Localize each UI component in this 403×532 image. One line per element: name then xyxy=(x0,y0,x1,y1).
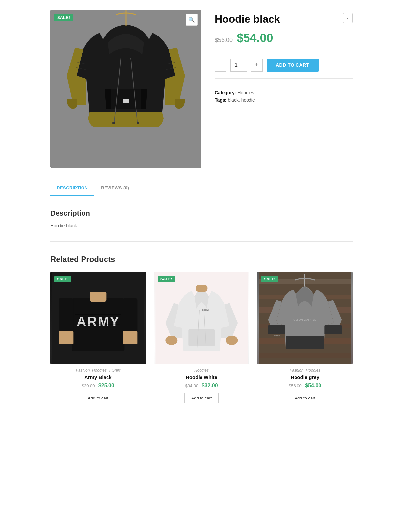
svg-text:BRAND: BRAND xyxy=(274,334,282,336)
product-tabs: DESCRIPTION REVIEWS (0) xyxy=(50,181,353,196)
nav-prev-button[interactable]: ‹ xyxy=(343,13,353,23)
related-products-title: Related Products xyxy=(50,255,353,264)
card-price-orig-1: $30.00 xyxy=(82,383,95,388)
card-categories-3: Fashion, Hoodies xyxy=(257,368,353,373)
product-card-hoodie-white: SALE! NIKE xyxy=(154,272,249,403)
description-title: Description xyxy=(50,209,353,218)
card-prices-2: $34.00 $32.00 xyxy=(154,383,249,389)
quantity-decrease-button[interactable]: − xyxy=(215,59,226,72)
quantity-input[interactable] xyxy=(230,59,247,72)
svg-text:NIKE: NIKE xyxy=(202,308,211,312)
card-name-2: Hoodie White xyxy=(154,375,249,380)
sale-badge: SALE! xyxy=(54,14,73,21)
product-card-image-white: SALE! NIKE xyxy=(154,272,249,364)
product-card-army-black: SALE! ARMY xyxy=(50,272,146,403)
description-section: Description Hoodie black xyxy=(50,206,353,242)
svg-rect-6 xyxy=(123,99,129,103)
category-label: Category: xyxy=(215,90,236,95)
current-price: $54.00 xyxy=(237,31,273,45)
svg-text:ARMY: ARMY xyxy=(76,314,120,329)
zoom-icon: 🔍 xyxy=(188,17,195,23)
product-image-container: SALE! xyxy=(50,10,202,168)
add-to-cart-button[interactable]: ADD TO CART xyxy=(267,59,319,72)
svg-rect-20 xyxy=(59,331,73,344)
card-name-1: Army Black xyxy=(50,375,146,380)
svg-rect-24 xyxy=(188,329,215,346)
card-name-3: Hoodie grey xyxy=(257,375,353,380)
card-price-orig-3: $56.00 xyxy=(289,383,302,388)
svg-point-25 xyxy=(165,336,177,345)
product-card-hoodie-grey: SALE! xyxy=(257,272,353,403)
card-sale-badge-3: SALE! xyxy=(261,276,278,282)
svg-point-26 xyxy=(226,336,238,345)
card-categories-1: Fashion, Hoodies, T Shirt xyxy=(50,368,146,373)
tags-row: Tags: black, hoodie xyxy=(215,97,353,103)
arrow-left-icon: ‹ xyxy=(347,15,349,21)
plus-icon: + xyxy=(255,62,259,69)
tags-label: Tags: xyxy=(215,97,226,103)
product-title: Hoodie black xyxy=(215,13,280,25)
svg-point-4 xyxy=(112,122,115,124)
category-row: Category: Hoodies xyxy=(215,90,353,95)
svg-point-5 xyxy=(137,122,139,124)
zoom-button[interactable]: 🔍 xyxy=(186,14,198,26)
quantity-increase-button[interactable]: + xyxy=(251,59,263,72)
card-price-orig-2: $34.00 xyxy=(185,383,198,388)
product-card-image-army: SALE! ARMY xyxy=(50,272,146,364)
card-sale-badge-2: SALE! xyxy=(158,276,175,282)
card-price-curr-2: $32.00 xyxy=(202,383,218,388)
svg-rect-27 xyxy=(196,285,207,292)
card-price-curr-1: $25.00 xyxy=(98,383,114,388)
card-add-to-cart-2[interactable]: Add to cart xyxy=(184,393,219,403)
tab-reviews[interactable]: REVIEWS (0) xyxy=(94,181,135,196)
card-categories-2: Hoodies xyxy=(154,368,249,373)
product-meta: Category: Hoodies Tags: black, hoodie xyxy=(215,85,353,109)
product-image xyxy=(50,10,202,168)
tag-hoodie-link[interactable]: hoodie xyxy=(241,97,255,103)
card-prices-1: $30.00 $25.00 xyxy=(50,383,146,389)
svg-rect-17 xyxy=(90,292,106,302)
svg-text:GOFUN VANINI BE: GOFUN VANINI BE xyxy=(294,318,317,321)
category-link[interactable]: Hoodies xyxy=(237,90,254,95)
svg-rect-38 xyxy=(268,325,285,334)
description-text: Hoodie black xyxy=(50,223,353,228)
svg-rect-39 xyxy=(325,325,342,334)
product-info-panel: Hoodie black ‹ $56.00 $54.00 − + ADD TO … xyxy=(215,10,353,109)
related-products-section: Related Products SALE! ARMY xyxy=(50,255,353,403)
price-section: $56.00 $54.00 xyxy=(215,31,353,52)
minus-icon: − xyxy=(219,62,223,69)
card-add-to-cart-1[interactable]: Add to cart xyxy=(81,393,115,403)
card-price-curr-3: $54.00 xyxy=(305,383,321,388)
tabs-bar: DESCRIPTION REVIEWS (0) xyxy=(50,181,353,196)
related-products-grid: SALE! ARMY xyxy=(50,272,353,403)
product-card-image-grey: SALE! xyxy=(257,272,353,364)
quantity-row: − + ADD TO CART xyxy=(215,59,353,79)
card-add-to-cart-3[interactable]: Add to cart xyxy=(288,393,322,403)
original-price: $56.00 xyxy=(215,37,233,43)
tab-description[interactable]: DESCRIPTION xyxy=(50,181,94,196)
tag-black-link[interactable]: black xyxy=(228,97,239,103)
svg-rect-21 xyxy=(123,331,137,344)
card-prices-3: $56.00 $54.00 xyxy=(257,383,353,389)
card-sale-badge-1: SALE! xyxy=(54,276,71,282)
